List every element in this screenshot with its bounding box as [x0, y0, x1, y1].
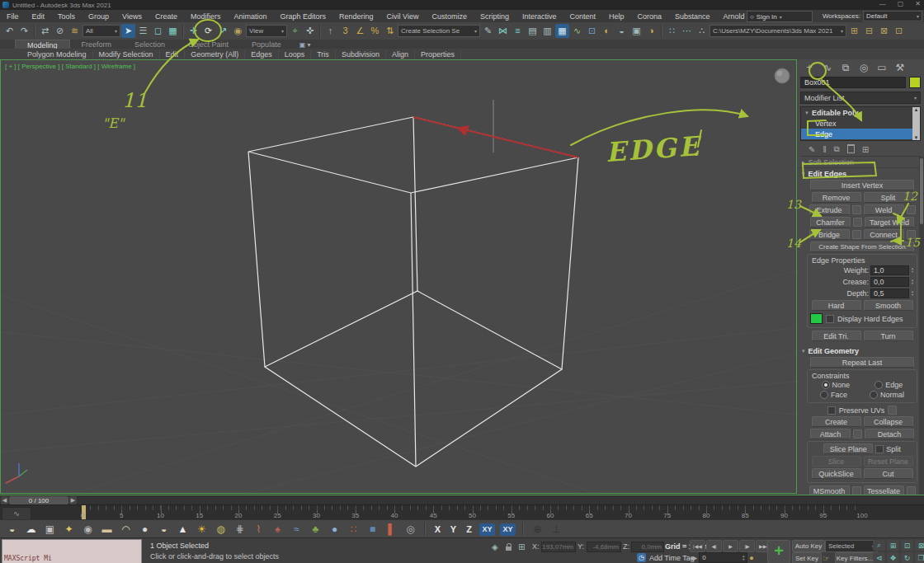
modifier-list-dropdown[interactable]: Modifier List ▾ [800, 91, 921, 104]
y-coordinate-field[interactable]: -4,68mm [587, 542, 621, 552]
sign-in-button[interactable]: ○ Sign In ▾ [747, 11, 813, 22]
pan-icon[interactable]: ❖ [887, 552, 899, 563]
edit-edges-rollout-header[interactable]: ▾Edit Edges [797, 168, 924, 179]
key-step-icons[interactable]: ◀▶ [690, 555, 697, 561]
menu-item[interactable]: Interactive [516, 12, 563, 21]
spinner-snap-icon[interactable]: ⇅ [383, 24, 397, 38]
turn-button[interactable]: Turn [864, 331, 913, 341]
scroll-down-icon[interactable]: ▼ [914, 135, 919, 140]
collapse-button[interactable]: Collapse [864, 416, 913, 427]
key-filters-button[interactable]: Key Filters... [835, 552, 874, 563]
preserve-uvs-settings-button[interactable] [888, 406, 897, 415]
water-icon[interactable]: ≈ [290, 523, 304, 536]
select-and-link-icon[interactable]: ⇄ [38, 24, 52, 38]
menu-item[interactable]: Graph Editors [273, 12, 332, 21]
cone-icon[interactable]: ▲ [176, 523, 190, 536]
display-tab-icon[interactable]: ▭ [876, 62, 888, 73]
ribbon-tab[interactable]: Freeform [70, 40, 124, 49]
sun-icon[interactable]: ☀ [195, 523, 209, 536]
undo-icon[interactable]: ↶ [2, 24, 16, 38]
select-and-rotate-icon[interactable]: ⟳ [201, 24, 215, 38]
key-selection-dropdown[interactable]: Selected▾ [825, 540, 878, 552]
fence-icon[interactable]: ⋕ [233, 523, 247, 536]
configure-modifier-sets-icon[interactable]: ⊞ [862, 145, 869, 154]
zoom-icon[interactable]: ⌕ [873, 540, 885, 551]
cube-icon[interactable]: ■ [365, 523, 380, 536]
menu-item[interactable]: File [0, 12, 26, 21]
menu-item[interactable]: Civil View [380, 12, 426, 21]
ribbon-media-icon[interactable]: ▣ ▾ [299, 41, 311, 49]
selected-edge[interactable] [413, 117, 578, 157]
remove-modifier-icon[interactable] [847, 144, 855, 155]
menu-item[interactable]: Substance [668, 12, 717, 21]
maximize-viewport-icon[interactable]: ❐ [915, 552, 924, 563]
menu-item[interactable]: Edit [26, 12, 52, 21]
viewport-label[interactable]: [ + ] [ Perspective ] [ Standard ] [ Wir… [5, 63, 135, 70]
menu-item[interactable]: Corona [631, 12, 669, 21]
file-tool-icon-1[interactable]: ⊞ [847, 24, 861, 38]
scroll-up-icon[interactable]: ▲ [914, 107, 919, 112]
isolate-selection-icon[interactable]: ◈ [492, 542, 498, 551]
menu-item[interactable]: Scripting [474, 12, 516, 21]
named-selection-set-dropdown[interactable]: Create Selection Se▾ [398, 25, 480, 37]
extrude-settings-button[interactable] [852, 205, 861, 214]
material-editor-icon[interactable]: ◐ [600, 24, 614, 38]
keyboard-override-icon[interactable]: ↑ [323, 24, 337, 38]
previous-frame-arrow[interactable]: ◀ [1, 496, 8, 504]
bridge-button[interactable]: Bridge [809, 229, 850, 240]
show-end-result-icon[interactable]: ‖ [823, 145, 826, 154]
redo-icon[interactable]: ↷ [17, 24, 31, 38]
project-path-dropdown[interactable]: C:\Users\MZY\Documents\3ds Max 2021▾ [710, 25, 846, 37]
stack-scrollbar[interactable]: ▲ ▼ [912, 107, 920, 140]
layer-explorer-icon[interactable]: ▥ [540, 24, 554, 38]
next-frame-button[interactable]: |▶ [739, 540, 755, 552]
menu-item[interactable]: Rendering [332, 12, 380, 21]
insert-vertex-button[interactable]: Insert Vertex [810, 180, 914, 190]
key-mode-icon[interactable]: ● [749, 554, 753, 562]
hard-button[interactable]: Hard [812, 300, 861, 311]
align-icon[interactable]: ≡ [511, 24, 525, 38]
light-icon[interactable]: ✦ [62, 523, 76, 536]
menu-item[interactable]: Animation [227, 12, 273, 21]
select-and-scale-icon[interactable]: ↗ [216, 24, 230, 38]
menu-item[interactable]: Help [602, 12, 631, 21]
constraint-none-radio[interactable] [822, 381, 830, 389]
maxscript-mini-listener[interactable]: MAXScript Mi [2, 539, 142, 563]
target-weld-button[interactable]: Target Weld [865, 217, 914, 228]
column-icon[interactable]: ▌ [384, 523, 398, 536]
teapot2-icon[interactable]: ◒ [157, 523, 171, 536]
z-coordinate-field[interactable]: 0,0mm [631, 542, 664, 552]
add-time-tag[interactable]: ◷ Add Time Tag [637, 553, 695, 562]
extrude-button[interactable]: Extrude [809, 204, 850, 215]
next-frame-arrow[interactable]: ▶ [69, 496, 77, 504]
use-pivot-center-icon[interactable]: ⌖ [288, 24, 302, 38]
auto-key-button[interactable]: Auto Key [792, 540, 825, 552]
menu-item[interactable]: Views [116, 12, 148, 21]
menu-item[interactable]: Modifiers [184, 12, 228, 21]
ribbon-panel-item[interactable]: Polygon Modeling [21, 50, 93, 59]
detach-button[interactable]: Detach [865, 429, 914, 439]
scene-explorer-icon[interactable]: ▤ [526, 24, 540, 38]
render-setup-icon[interactable]: ◒ [615, 24, 629, 38]
command-panel-scrollbar[interactable] [919, 157, 924, 495]
split-checkbox[interactable] [875, 445, 884, 453]
ribbon-tab[interactable]: Populate [240, 40, 293, 49]
preserve-uvs-checkbox[interactable] [827, 406, 836, 415]
weight-spinner[interactable]: ▲▼ [911, 267, 914, 274]
hand-cursor-icon[interactable]: ☞ [823, 554, 830, 563]
connect-settings-button[interactable] [907, 230, 916, 239]
file-tool-icon-2[interactable]: ⊟ [862, 24, 876, 38]
weld-settings-button[interactable] [907, 205, 916, 214]
pin-stack-icon[interactable]: ✎ [808, 145, 815, 154]
teapot-icon[interactable]: ◒ [5, 523, 19, 536]
slice-button[interactable]: Slice [812, 456, 861, 467]
zoom-region-icon[interactable]: ⊲ [873, 552, 885, 563]
crease-spinner[interactable]: ▲▼ [911, 279, 914, 285]
file-tool-icon-3[interactable]: ⊠ [877, 24, 891, 38]
ribbon-panel-item[interactable]: Geometry (All) [185, 50, 245, 59]
unlink-selection-icon[interactable]: ⊘ [53, 24, 67, 38]
set-keys-button[interactable]: + [767, 540, 790, 563]
dome-icon[interactable]: ◠ [119, 523, 133, 536]
cube-wireframe[interactable] [248, 117, 578, 467]
constraint-edge-radio[interactable] [874, 381, 883, 389]
